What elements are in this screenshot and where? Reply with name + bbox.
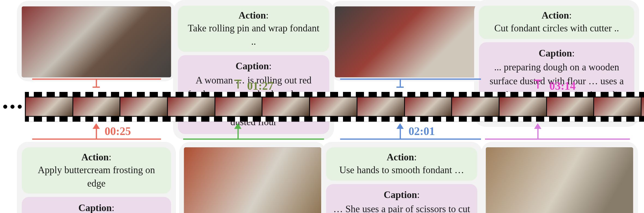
keyframe-thumb-4 <box>486 147 633 213</box>
action-text-2: Take rolling pin and wrap fondant .. <box>188 23 320 47</box>
action-label: Action <box>81 152 109 162</box>
timestamp-2: 01:27 <box>247 80 273 92</box>
caption-box-1: Caption: A person wearing a festive swea… <box>22 197 171 213</box>
film-frame <box>215 97 262 116</box>
caption-label: Caption <box>79 203 112 213</box>
film-frame <box>310 97 357 116</box>
panel-3-upper <box>330 1 489 81</box>
ellipsis-left-icon <box>0 105 25 109</box>
film-frame <box>26 97 72 116</box>
film-frame <box>452 97 499 116</box>
film-frame <box>499 97 546 116</box>
action-text-1: Apply buttercream frosting on edge <box>38 165 155 188</box>
film-frame <box>121 97 167 116</box>
keyframe-thumb-3 <box>335 7 484 77</box>
timestamp-3: 02:01 <box>408 125 435 138</box>
panel-4-lower <box>481 142 638 213</box>
film-frame <box>642 97 644 116</box>
connector-red-bottom <box>32 123 161 143</box>
film-frames <box>25 97 644 117</box>
timestamp-1: 00:25 <box>105 125 131 138</box>
action-label: Action <box>387 152 414 162</box>
panel-3-lower: Action: Use hands to smooth fondant … Ca… <box>321 142 482 213</box>
action-box-3: Action: Use hands to smooth fondant … <box>326 147 477 181</box>
caption-box-3: Caption: … She uses a pair of scissors t… <box>326 184 477 213</box>
sprocket-row-top <box>25 92 644 97</box>
caption-label: Caption <box>384 190 417 200</box>
panel-1-upper <box>17 1 176 81</box>
caption-text-3: … She uses a pair of scissors to cut a p… <box>333 203 470 213</box>
film-frame <box>357 97 404 116</box>
keyframe-thumb-1 <box>22 7 171 77</box>
film-frame <box>547 97 594 116</box>
caption-label: Caption <box>236 61 269 71</box>
action-box-2: Action: Take rolling pin and wrap fondan… <box>178 6 329 52</box>
caption-label: Caption <box>539 48 572 58</box>
action-text-4: Cut fondant circles with cutter .. <box>494 23 619 34</box>
action-text-3: Use hands to smooth fondant … <box>339 165 464 175</box>
action-label: Action <box>542 10 569 20</box>
film-frame <box>405 97 451 116</box>
film-frame <box>594 97 641 116</box>
timestamp-4: 03:14 <box>549 80 576 92</box>
action-box-4: Action: Cut fondant circles with cutter … <box>479 6 634 39</box>
panel-1-lower: Action: Apply buttercream frosting on ed… <box>17 142 176 213</box>
sprocket-row-bottom <box>25 117 644 122</box>
film-strip <box>0 92 644 122</box>
action-box-1: Action: Apply buttercream frosting on ed… <box>22 147 171 194</box>
keyframe-thumb-2 <box>184 147 321 213</box>
panel-2-lower <box>179 142 326 213</box>
film-frame <box>263 97 309 116</box>
action-label: Action <box>239 10 266 20</box>
film-body <box>25 92 644 122</box>
film-frame <box>168 97 215 116</box>
film-frame <box>73 97 120 116</box>
